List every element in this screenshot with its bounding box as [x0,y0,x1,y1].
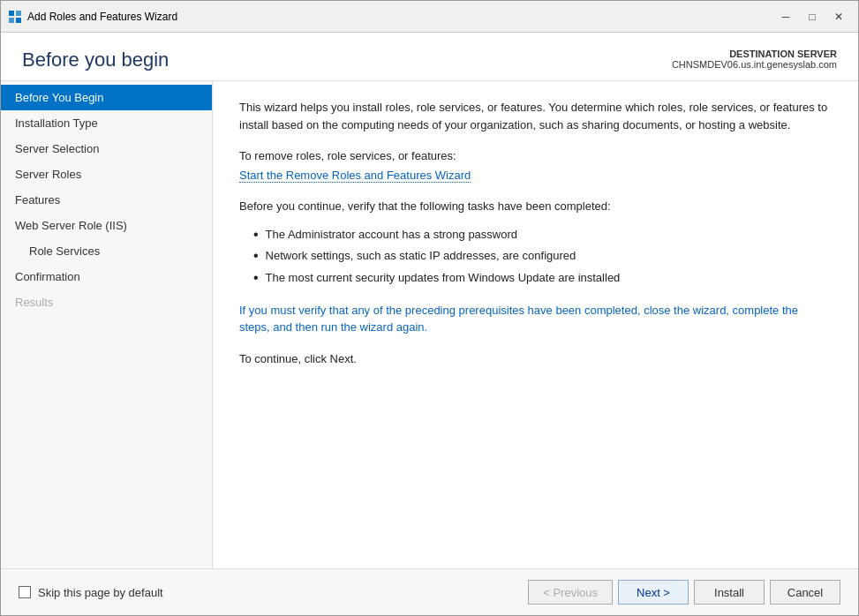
window-title: Add Roles and Features Wizard [27,11,773,23]
prerequisite-note: If you must verify that any of the prece… [239,302,832,336]
remove-wizard-link[interactable]: Start the Remove Roles and Features Wiza… [239,169,471,183]
sidebar: Before You BeginInstallation TypeServer … [1,81,213,568]
content-area: Before you begin DESTINATION SERVER CHNS… [1,33,858,568]
svg-rect-2 [9,18,14,23]
sidebar-item-server-roles[interactable]: Server Roles [1,162,212,187]
intro-text: This wizard helps you install roles, rol… [239,99,832,133]
minimize-button[interactable]: ─ [773,6,798,27]
sidebar-item-confirmation[interactable]: Confirmation [1,264,212,289]
remove-label: To remove roles, role services, or featu… [239,147,832,165]
destination-server-info: DESTINATION SERVER CHNSMDEV06.us.int.gen… [672,49,837,70]
main-body: Before You BeginInstallation TypeServer … [1,80,858,568]
window-controls: ─ □ ✕ [773,6,851,27]
sidebar-item-features[interactable]: Features [1,187,212,213]
footer: Skip this page by default < Previous Nex… [1,568,858,615]
previous-button[interactable]: < Previous [528,580,613,605]
cancel-button[interactable]: Cancel [770,580,840,605]
bullet-list: •The Administrator account has a strong … [253,226,832,288]
sidebar-item-role-services[interactable]: Role Services [1,238,212,264]
skip-page-checkbox[interactable] [19,586,31,598]
app-icon [8,10,22,24]
title-bar: Add Roles and Features Wizard ─ □ ✕ [1,1,858,33]
bullet-item-1: •Network settings, such as static IP add… [253,247,832,266]
next-button[interactable]: Next > [618,580,689,605]
sidebar-item-installation-type[interactable]: Installation Type [1,110,212,136]
maximize-button[interactable]: □ [800,6,825,27]
bullet-item-2: •The most current security updates from … [253,269,832,288]
bullet-text: Network settings, such as static IP addr… [266,247,576,265]
remove-roles-section: To remove roles, role services, or featu… [239,147,832,184]
page-title: Before you begin [22,49,169,71]
verify-text: Before you continue, verify that the fol… [239,198,832,215]
skip-page-checkbox-wrapper[interactable]: Skip this page by default [19,586,163,599]
bullet-dot: • [253,247,259,266]
sidebar-item-server-selection[interactable]: Server Selection [1,136,212,162]
header-section: Before you begin DESTINATION SERVER CHNS… [1,33,858,80]
svg-rect-1 [16,11,21,16]
sidebar-item-web-server-role[interactable]: Web Server Role (IIS) [1,213,212,238]
svg-rect-0 [9,11,14,16]
sidebar-item-before-you-begin[interactable]: Before You Begin [1,85,212,110]
server-name: CHNSMDEV06.us.int.genesyslab.com [672,59,837,70]
install-button[interactable]: Install [694,580,765,605]
skip-page-label: Skip this page by default [38,586,163,599]
destination-label: DESTINATION SERVER [672,49,837,59]
continue-text: To continue, click Next. [239,350,832,368]
footer-buttons: < Previous Next > Install Cancel [528,580,840,605]
bullet-item-0: •The Administrator account has a strong … [253,226,832,244]
main-window: Add Roles and Features Wizard ─ □ ✕ Befo… [0,0,859,616]
bullet-dot: • [253,226,259,244]
bullet-text: The most current security updates from W… [266,269,621,287]
svg-rect-3 [16,18,21,23]
bullet-dot: • [253,269,259,288]
bullet-text: The Administrator account has a strong p… [266,226,517,244]
sidebar-item-results: Results [1,289,212,315]
main-content: This wizard helps you install roles, rol… [213,81,858,568]
close-button[interactable]: ✕ [826,6,851,27]
footer-left: Skip this page by default [19,586,163,599]
